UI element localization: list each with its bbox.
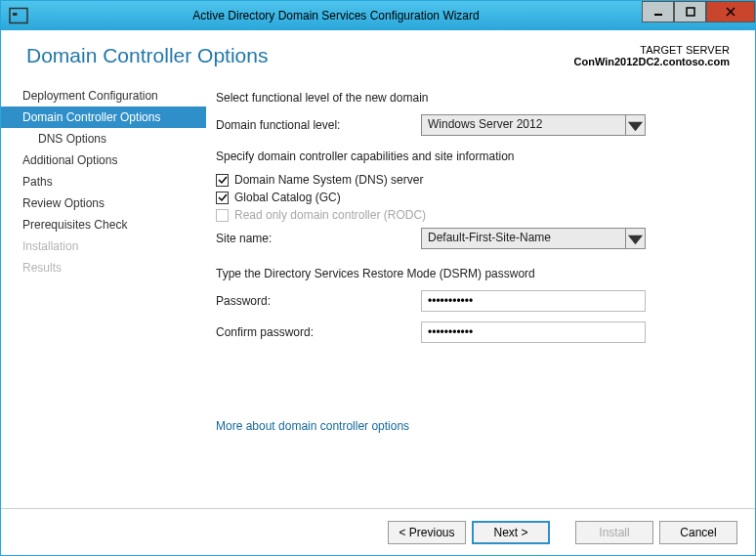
form-panel: Select functional level of the new domai… [206,75,755,508]
row-password: Password: [216,290,728,312]
row-domain-func: Domain functional level: Windows Server … [216,114,728,136]
row-site-name: Site name: Default-First-Site-Name [216,228,728,249]
sidebar-item-installation: Installation [1,235,206,257]
checkbox-rodc [216,209,229,222]
chevron-down-icon[interactable] [626,228,646,249]
checkbox-dns[interactable] [216,174,229,187]
checkbox-gc[interactable] [216,192,229,204]
confirm-password-field[interactable] [421,321,646,343]
sidebar-item-dns-options[interactable]: DNS Options [1,128,206,150]
password-field[interactable] [421,290,646,312]
section-capabilities: Specify domain controller capabilities a… [216,150,728,163]
sidebar-item-additional[interactable]: Additional Options [1,150,206,171]
combo-domain-func[interactable]: Windows Server 2012 [421,114,646,136]
sidebar-item-dc-options[interactable]: Domain Controller Options [1,107,206,128]
content-area: Domain Controller Options TARGET SERVER … [1,30,755,555]
combo-domain-func-value: Windows Server 2012 [421,114,626,136]
svg-rect-3 [687,8,694,16]
checkbox-row-gc[interactable]: Global Catalog (GC) [216,191,728,204]
sidebar-item-review[interactable]: Review Options [1,192,206,214]
main-area: Deployment Configuration Domain Controll… [1,75,755,508]
label-dns: Domain Name System (DNS) server [234,173,423,187]
wizard-window: Active Directory Domain Services Configu… [0,0,756,556]
svg-rect-1 [13,13,18,16]
label-domain-func: Domain functional level: [216,118,421,132]
target-label: TARGET SERVER [574,44,730,56]
previous-button[interactable]: < Previous [388,521,466,544]
label-gc: Global Catalog (GC) [234,191,341,204]
page-title: Domain Controller Options [26,44,268,67]
close-button[interactable] [706,1,755,22]
next-button[interactable]: Next > [472,521,550,544]
app-icon [7,4,30,27]
combo-site-name[interactable]: Default-First-Site-Name [421,228,646,249]
svg-marker-7 [628,235,643,244]
target-server-block: TARGET SERVER ConWin2012DC2.contoso.com [574,44,730,67]
target-server-name: ConWin2012DC2.contoso.com [574,56,730,67]
maximize-button[interactable] [674,1,706,22]
install-button: Install [575,521,653,544]
row-confirm: Confirm password: [216,321,728,343]
svg-rect-0 [10,9,27,23]
svg-marker-6 [628,121,643,131]
section-dsrm: Type the Directory Services Restore Mode… [216,267,728,280]
sidebar-item-results: Results [1,257,206,278]
titlebar: Active Directory Domain Services Configu… [1,1,755,30]
label-password: Password: [216,294,421,308]
minimize-button[interactable] [642,1,674,22]
sidebar: Deployment Configuration Domain Controll… [1,75,206,508]
checkbox-row-rodc: Read only domain controller (RODC) [216,208,728,222]
label-site-name: Site name: [216,232,421,245]
link-more-about[interactable]: More about domain controller options [216,419,409,433]
checkbox-row-dns[interactable]: Domain Name System (DNS) server [216,173,728,187]
combo-site-name-value: Default-First-Site-Name [421,228,626,249]
sidebar-item-deployment[interactable]: Deployment Configuration [1,85,206,107]
window-title: Active Directory Domain Services Configu… [30,9,642,22]
sidebar-item-prereq[interactable]: Prerequisites Check [1,214,206,235]
section-functional-level: Select functional level of the new domai… [216,91,728,105]
header-row: Domain Controller Options TARGET SERVER … [1,30,755,75]
cancel-button[interactable]: Cancel [659,521,737,544]
window-controls [642,1,755,30]
label-rodc: Read only domain controller (RODC) [234,208,426,222]
sidebar-item-paths[interactable]: Paths [1,171,206,192]
label-confirm: Confirm password: [216,325,421,339]
chevron-down-icon[interactable] [626,114,646,136]
footer: < Previous Next > Install Cancel [1,508,755,555]
